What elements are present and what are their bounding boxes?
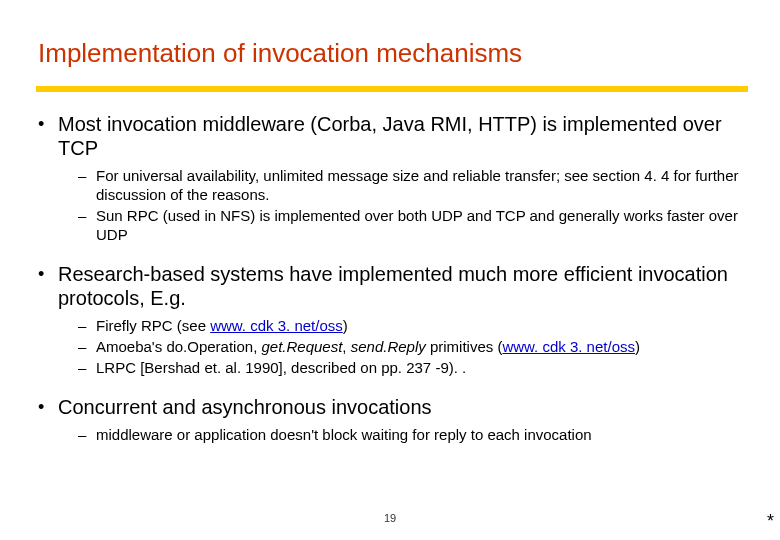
- sub-bullet-text: For universal availability, unlimited me…: [96, 166, 748, 204]
- bullet-2: • Research-based systems have implemente…: [38, 262, 748, 310]
- sub-bullet-text: middleware or application doesn't block …: [96, 425, 592, 444]
- dash-icon: –: [78, 316, 96, 335]
- sub-bullet: – middleware or application doesn't bloc…: [78, 425, 748, 444]
- title-underline: [36, 86, 748, 92]
- sub-bullet: – LRPC [Bershad et. al. 1990], described…: [78, 358, 748, 377]
- bullet-dot-icon: •: [38, 395, 58, 419]
- slide: Implementation of invocation mechanisms …: [0, 0, 780, 540]
- sub-bullet-text: Sun RPC (used in NFS) is implemented ove…: [96, 206, 748, 244]
- text-fragment: Amoeba's do.Operation,: [96, 338, 261, 355]
- sub-bullet: – Firefly RPC (see www. cdk 3. net/oss): [78, 316, 748, 335]
- dash-icon: –: [78, 337, 96, 356]
- link-cdk3-oss[interactable]: www. cdk 3. net/oss: [502, 338, 635, 355]
- sub-bullet: – Amoeba's do.Operation, get.Request, se…: [78, 337, 748, 356]
- bullet-1-sublist: – For universal availability, unlimited …: [38, 166, 748, 244]
- sub-bullet-text: Firefly RPC (see www. cdk 3. net/oss): [96, 316, 348, 335]
- bullet-3-text: Concurrent and asynchronous invocations: [58, 395, 432, 419]
- italic-term: send.Reply: [351, 338, 426, 355]
- dash-icon: –: [78, 425, 96, 444]
- bullet-dot-icon: •: [38, 262, 58, 310]
- dash-icon: –: [78, 358, 96, 377]
- dash-icon: –: [78, 206, 96, 244]
- page-number: 19: [0, 512, 780, 524]
- link-cdk3-oss[interactable]: www. cdk 3. net/oss: [210, 317, 343, 334]
- slide-body: • Most invocation middleware (Corba, Jav…: [38, 112, 748, 446]
- bullet-2-sublist: – Firefly RPC (see www. cdk 3. net/oss) …: [38, 316, 748, 377]
- sub-bullet-text: LRPC [Bershad et. al. 1990], described o…: [96, 358, 466, 377]
- bullet-1-text: Most invocation middleware (Corba, Java …: [58, 112, 748, 160]
- italic-term: get.Request: [261, 338, 342, 355]
- text-fragment: Firefly RPC (see: [96, 317, 210, 334]
- bullet-2-text: Research-based systems have implemented …: [58, 262, 748, 310]
- dash-icon: –: [78, 166, 96, 204]
- sub-bullet: – Sun RPC (used in NFS) is implemented o…: [78, 206, 748, 244]
- text-fragment: ): [343, 317, 348, 334]
- bullet-dot-icon: •: [38, 112, 58, 160]
- text-fragment: primitives (: [426, 338, 503, 355]
- text-fragment: ,: [342, 338, 350, 355]
- bullet-3: • Concurrent and asynchronous invocation…: [38, 395, 748, 419]
- bullet-3-sublist: – middleware or application doesn't bloc…: [38, 425, 748, 444]
- sub-bullet: – For universal availability, unlimited …: [78, 166, 748, 204]
- slide-title: Implementation of invocation mechanisms: [38, 38, 522, 69]
- bullet-1: • Most invocation middleware (Corba, Jav…: [38, 112, 748, 160]
- sub-bullet-text: Amoeba's do.Operation, get.Request, send…: [96, 337, 640, 356]
- text-fragment: ): [635, 338, 640, 355]
- footnote-asterisk: *: [767, 511, 774, 532]
